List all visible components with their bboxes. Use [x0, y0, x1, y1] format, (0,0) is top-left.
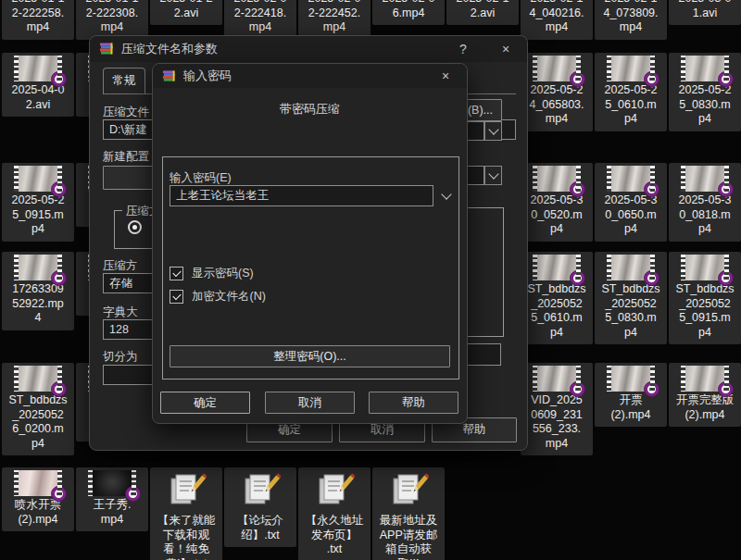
dictionary-size-label: 字典大: [103, 305, 138, 320]
encrypt-file-names-label: 加密文件名(N): [192, 289, 266, 305]
enter-password-label: 输入密码(E): [170, 170, 232, 186]
video-thumbnail: [681, 366, 729, 392]
file-tile[interactable]: 【永久地址 发布页】 .txt: [298, 467, 370, 560]
file-tile[interactable]: 2025-02-0 2-222418. mp4: [224, 0, 296, 40]
help-titlebar-button[interactable]: ?: [451, 40, 475, 58]
text-file-icon: [240, 470, 281, 513]
dialog-titlebar[interactable]: 输入密码 ×: [153, 64, 467, 88]
video-thumbnail: [14, 255, 62, 280]
close-icon[interactable]: ×: [494, 40, 518, 58]
file-tile[interactable]: 开票完整版 (2).mp4: [669, 363, 741, 427]
text-file-icon: [388, 470, 429, 513]
password-dropdown-button[interactable]: [437, 185, 456, 206]
file-label: ST_bdbdzs _2025052 6_0200.m p4: [3, 393, 73, 451]
file-tile[interactable]: 2025-05-3 0_0520.m p4: [521, 163, 593, 242]
file-label: 2025-01-1 2-222258. mp4: [3, 0, 73, 35]
file-tile[interactable]: 最新地址及 APP请发邮 箱自动获 取!!!: [372, 467, 445, 560]
file-tile[interactable]: 2025-02-1 4_073809. mp4: [595, 0, 667, 40]
file-label: 开票 (2).mp4: [596, 393, 666, 422]
file-tile[interactable]: 2025-01-1 2-222308. mp4: [76, 0, 148, 40]
file-tile[interactable]: 王子秀. mp4: [76, 467, 148, 531]
file-tile[interactable]: 2025-05-3 0_0818.m p4: [669, 163, 741, 242]
file-label: 17263309 52922.mp 4: [3, 282, 73, 326]
file-label: 2025-02-1 4_040216. mp4: [521, 0, 592, 35]
file-tile[interactable]: 2025-02-1 4_040216. mp4: [521, 0, 593, 40]
file-tile[interactable]: 开票 (2).mp4: [595, 363, 667, 427]
video-thumbnail: [607, 255, 655, 280]
file-label: 2025-05-3 0_0818.m p4: [670, 193, 740, 237]
file-tile[interactable]: 2025-05-2 5_0610.m p4: [595, 53, 667, 131]
file-label: 王子秀. mp4: [77, 498, 147, 527]
file-label: 2025-03-0 1.avi: [670, 0, 740, 20]
password-input[interactable]: 上老王论坛当老王: [170, 185, 433, 206]
help-button[interactable]: 帮助: [369, 392, 458, 414]
file-tile[interactable]: 2025-02-0 6.mp4: [372, 0, 445, 25]
cancel-button[interactable]: 取消: [265, 392, 355, 414]
file-label: ST_bdbdzs _2025052 5_0915.m p4: [670, 282, 740, 340]
file-tile[interactable]: ST_bdbdzs _2025052 5_0915.m p4: [669, 252, 741, 344]
play-badge-icon: [51, 181, 67, 197]
chevron-down-icon: [488, 124, 498, 134]
compression-method-label: 压缩方: [103, 258, 138, 274]
play-badge-icon: [570, 270, 585, 286]
file-tile[interactable]: 2025-03-0 1.avi: [669, 0, 741, 25]
file-label: 开票完整版 (2).mp4: [670, 393, 740, 422]
secondary-dropdown-button[interactable]: [484, 166, 502, 185]
update-mode-dropdown-button[interactable]: [484, 121, 502, 141]
file-label: 2025-05-2 5_0915.m p4: [3, 193, 73, 237]
file-label: 2025-02-0 2-222418. mp4: [225, 0, 295, 35]
tab-general[interactable]: 常规: [103, 68, 145, 93]
file-tile[interactable]: 2025-01-1 2-222258. mp4: [2, 0, 74, 40]
encrypt-file-names-checkbox[interactable]: [170, 290, 183, 304]
file-tile[interactable]: ST_bdbdzs _2025052 5_0610.m p4: [521, 252, 593, 344]
file-label: 喷水开票 (2).mp4: [3, 498, 73, 527]
ok-button[interactable]: 确定: [160, 392, 250, 414]
close-icon[interactable]: ×: [433, 67, 458, 85]
file-tile[interactable]: 2025-05-2 5_0830.m p4: [669, 53, 741, 131]
file-label: 2025-05-3 0_0520.m p4: [521, 193, 592, 237]
file-label: 2025-01-2 2.avi: [151, 0, 221, 20]
file-label: 2025-04-0 2.avi: [3, 83, 73, 112]
video-thumbnail: [14, 166, 62, 192]
play-badge-icon: [644, 381, 659, 397]
file-label: ST_bdbdzs _2025052 5_0610.m p4: [521, 282, 592, 340]
encrypt-file-names-row[interactable]: 加密文件名(N): [170, 289, 266, 305]
file-tile[interactable]: 2025-02-0 2-222452. mp4: [298, 0, 370, 40]
file-tile[interactable]: 2025-05-3 0_0650.m p4: [595, 163, 667, 242]
file-label: 2025-05-3 0_0650.m p4: [596, 193, 666, 237]
file-tile[interactable]: 2025-01-2 2.avi: [150, 0, 222, 25]
file-tile[interactable]: 【来了就能 下载和观 看！纯免 费!】.txt: [150, 467, 222, 560]
organize-passwords-button[interactable]: 整理密码(O)...: [170, 345, 450, 367]
file-label: 【论坛介 绍】.txt: [225, 514, 295, 542]
file-label: VID_2025 0609_231 556_233. mp4: [521, 393, 592, 451]
file-tile[interactable]: 2025-05-2 4_065803. mp4: [521, 53, 593, 131]
file-tile[interactable]: 2025-02-1 2.avi: [446, 0, 519, 25]
video-thumbnail: [533, 56, 581, 81]
dialog-titlebar[interactable]: 压缩文件名和参数 ? ×: [90, 36, 527, 62]
show-password-checkbox[interactable]: [170, 267, 183, 280]
play-badge-icon: [51, 270, 67, 286]
file-tile[interactable]: 喷水开票 (2).mp4: [2, 467, 74, 531]
show-password-row[interactable]: 显示密码(S): [170, 266, 254, 281]
file-tile[interactable]: ST_bdbdzs _2025052 6_0200.m p4: [2, 363, 74, 455]
file-tile[interactable]: 2025-05-2 5_0915.m p4: [2, 163, 74, 242]
video-thumbnail: [681, 166, 729, 192]
file-tile[interactable]: 17263309 52922.mp 4: [2, 252, 74, 330]
format-radio-selected[interactable]: [128, 220, 142, 234]
file-label: 2025-05-2 5_0830.m p4: [670, 83, 740, 127]
file-tile[interactable]: 2025-04-0 2.avi: [2, 53, 74, 117]
file-label: 2025-05-2 5_0610.m p4: [596, 83, 666, 127]
video-thumbnail: [14, 366, 62, 392]
archive-name-label: 压缩文件: [103, 105, 149, 120]
file-label: 2025-05-2 4_065803. mp4: [521, 83, 592, 127]
video-thumbnail: [14, 470, 62, 496]
file-tile[interactable]: 【论坛介 绍】.txt: [224, 467, 296, 547]
play-badge-icon: [718, 181, 734, 197]
file-tile[interactable]: VID_2025 0609_231 556_233. mp4: [521, 363, 593, 455]
split-volumes-label: 切分为: [103, 349, 138, 365]
show-password-label: 显示密码(S): [192, 266, 254, 281]
video-thumbnail: [681, 255, 729, 280]
file-label: 【来了就能 下载和观 看！纯免 费!】.txt: [151, 514, 221, 560]
file-tile[interactable]: ST_bdbdzs _2025052 5_0830.m p4: [595, 252, 667, 344]
video-thumbnail: [14, 56, 62, 81]
